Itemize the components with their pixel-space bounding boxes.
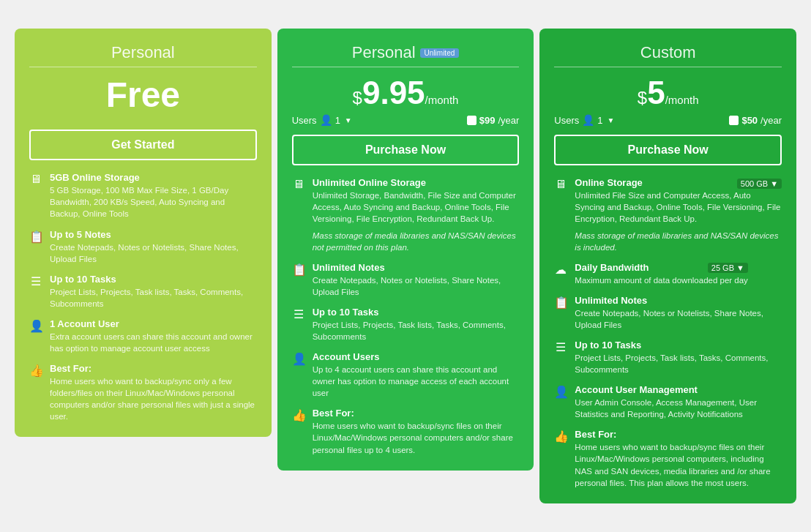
yearly-period-custom: /year xyxy=(760,115,782,126)
feature-title-tasks-paid: Up to 10 Tasks xyxy=(313,307,520,318)
bandwidth-icon-custom: ☁ xyxy=(554,263,567,277)
storage-icon-paid: 🖥 xyxy=(292,178,305,191)
feature-best-for: 👍 Best For: Home users who want to backu… xyxy=(29,363,257,422)
notes-icon-custom: 📋 xyxy=(554,296,567,310)
yearly-price-custom: $50 xyxy=(741,115,758,126)
feature-desc-notes: Create Notepads, Notes or Notelists, Sha… xyxy=(50,241,257,265)
plan-title-custom: Custom xyxy=(554,43,782,62)
get-started-button[interactable]: Get Started xyxy=(29,130,257,160)
bandwidth-dropdown-icon[interactable]: ▼ xyxy=(736,263,744,272)
bandwidth-badge-custom: 25 GB ▼ xyxy=(708,263,748,273)
person-icon-paid: 👤 xyxy=(320,114,332,126)
feature-desc-storage-paid: Unlimited Storage, Bandwidth, File Size … xyxy=(313,190,520,225)
feature-users: 👤 1 Account User Extra account users can… xyxy=(29,318,257,354)
feature-title-best-for-custom: Best For: xyxy=(575,429,782,440)
notes-icon-paid: 📋 xyxy=(292,263,305,277)
feature-title-users: 1 Account User xyxy=(50,318,257,329)
best-for-icon-paid: 👍 xyxy=(292,408,305,422)
yearly-checkbox-custom[interactable] xyxy=(729,116,739,125)
feature-tasks: ☰ Up to 10 Tasks Project Lists, Projects… xyxy=(29,274,257,310)
feature-title-user-mgmt-custom: Account User Management xyxy=(575,384,782,395)
feature-best-for-custom: 👍 Best For: Home users who want to backu… xyxy=(554,429,782,488)
notes-icon: 📋 xyxy=(29,230,42,244)
feature-title-storage: 5GB Online Storage xyxy=(50,172,257,183)
feature-note-storage-paid: Mass storage of media libraries and NAS/… xyxy=(313,230,520,253)
price-amount-custom: 5 xyxy=(647,75,665,111)
users-label-paid: Users xyxy=(292,115,317,126)
storage-dropdown-icon[interactable]: ▼ xyxy=(770,179,778,188)
feature-desc-notes-paid: Create Notepads, Notes or Notelists, Sha… xyxy=(313,274,520,298)
users-count-paid: 1 xyxy=(335,115,340,126)
users-row-paid: Users 👤 1 ▼ $99 /year xyxy=(292,114,520,126)
tasks-icon-paid: ☰ xyxy=(292,307,305,321)
plan-price-free: Free xyxy=(29,75,257,115)
feature-note-storage-custom: Mass storage of media libraries and NAS/… xyxy=(575,230,782,253)
feature-title-tasks: Up to 10 Tasks xyxy=(50,274,257,285)
tasks-icon-custom: ☰ xyxy=(554,340,567,354)
yearly-price-paid: $99 xyxy=(479,115,496,126)
purchase-button-paid[interactable]: Purchase Now xyxy=(292,135,520,165)
feature-desc-best-for: Home users who want to backup/sync only … xyxy=(50,375,257,422)
feature-title-best-for: Best For: xyxy=(50,363,257,374)
price-dollar-custom: $ xyxy=(638,83,647,108)
feature-desc-user-mgmt-custom: User Admin Console, Access Management, U… xyxy=(575,397,782,420)
users-label-custom: Users xyxy=(554,115,579,126)
feature-title-notes: Up to 5 Notes xyxy=(50,229,257,240)
feature-storage: 🖥 5GB Online Storage 5 GB Storage, 100 M… xyxy=(29,172,257,220)
feature-desc-notes-custom: Create Notepads, Notes or Notelists, Sha… xyxy=(575,307,782,331)
feature-notes-paid: 📋 Unlimited Notes Create Notepads, Notes… xyxy=(292,262,520,298)
price-period-custom: /month xyxy=(665,94,699,106)
feature-desc-bandwidth-custom: Maximum amount of data downloaded per da… xyxy=(575,274,748,286)
feature-desc-storage: 5 GB Storage, 100 MB Max File Size, 1 GB… xyxy=(50,184,257,220)
feature-title-storage-custom: Online Storage xyxy=(575,177,642,188)
feature-title-storage-paid: Unlimited Online Storage xyxy=(313,177,520,188)
feature-users-paid: 👤 Account Users Up to 4 account users ca… xyxy=(292,351,520,399)
best-for-icon: 👍 xyxy=(29,364,42,378)
pricing-container: Personal Free Get Started 🖥 5GB Online S… xyxy=(15,29,796,503)
plan-card-personal-free: Personal Free Get Started 🖥 5GB Online S… xyxy=(15,29,272,437)
feature-storage-custom: 🖥 Online Storage 500 GB ▼ Unlimited File… xyxy=(554,177,782,252)
users-count-custom: 1 xyxy=(597,115,602,126)
feature-best-for-paid: 👍 Best For: Home users who want to backu… xyxy=(292,408,520,455)
unlimited-badge: Unlimited xyxy=(420,48,460,58)
purchase-button-custom[interactable]: Purchase Now xyxy=(554,135,782,165)
price-amount-paid: 9.95 xyxy=(362,75,425,111)
feature-title-users-paid: Account Users xyxy=(313,351,520,362)
person-icon-custom: 👤 xyxy=(582,114,594,126)
storage-icon-custom: 🖥 xyxy=(554,178,567,191)
yearly-checkbox-paid[interactable] xyxy=(467,116,476,125)
user-mgmt-icon-custom: 👤 xyxy=(554,385,567,399)
feature-desc-tasks: Project Lists, Projects, Task lists, Tas… xyxy=(50,286,257,310)
users-dropdown-custom[interactable]: ▼ xyxy=(608,116,615,124)
feature-tasks-paid: ☰ Up to 10 Tasks Project Lists, Projects… xyxy=(292,307,520,342)
feature-desc-tasks-paid: Project Lists, Projects, Task lists, Tas… xyxy=(313,319,520,342)
user-icon: 👤 xyxy=(29,319,42,333)
feature-tasks-custom: ☰ Up to 10 Tasks Project Lists, Projects… xyxy=(554,340,782,375)
feature-desc-storage-custom: Unlimited File Size and Computer Access,… xyxy=(575,190,782,225)
storage-badge-custom: 500 GB ▼ xyxy=(737,179,782,189)
best-for-icon-custom: 👍 xyxy=(554,430,567,443)
user-icon-paid: 👤 xyxy=(292,352,305,366)
feature-notes-custom: 📋 Unlimited Notes Create Notepads, Notes… xyxy=(554,295,782,331)
feature-desc-best-for-custom: Home users who want to backup/sync files… xyxy=(575,441,782,488)
feature-bandwidth-custom: ☁ Daily Bandwidth 25 GB ▼ Maximum amount… xyxy=(554,262,782,286)
feature-title-tasks-custom: Up to 10 Tasks xyxy=(575,340,782,351)
feature-user-mgmt-custom: 👤 Account User Management User Admin Con… xyxy=(554,384,782,420)
features-list-custom: 🖥 Online Storage 500 GB ▼ Unlimited File… xyxy=(554,177,782,489)
price-dollar-paid: $ xyxy=(353,83,362,108)
feature-desc-best-for-paid: Home users who want to backup/sync files… xyxy=(313,420,520,455)
feature-title-best-for-paid: Best For: xyxy=(313,408,520,419)
features-list-personal-paid: 🖥 Unlimited Online Storage Unlimited Sto… xyxy=(292,177,520,455)
yearly-period-paid: /year xyxy=(498,115,519,126)
users-dropdown-paid[interactable]: ▼ xyxy=(345,116,352,124)
feature-notes: 📋 Up to 5 Notes Create Notepads, Notes o… xyxy=(29,229,257,265)
feature-desc-tasks-custom: Project Lists, Projects, Task lists, Tas… xyxy=(575,352,782,375)
price-period-paid: /month xyxy=(425,94,459,106)
plan-card-personal-paid: Personal Unlimited $ 9.95 /month Users 👤… xyxy=(277,29,534,470)
plan-title-personal-free: Personal xyxy=(29,43,257,62)
users-row-custom: Users 👤 1 ▼ $50 /year xyxy=(554,114,782,126)
features-list-personal-free: 🖥 5GB Online Storage 5 GB Storage, 100 M… xyxy=(29,172,257,422)
feature-title-notes-custom: Unlimited Notes xyxy=(575,295,782,306)
storage-icon: 🖥 xyxy=(29,173,42,186)
feature-desc-users-paid: Up to 4 account users can share this acc… xyxy=(313,364,520,399)
